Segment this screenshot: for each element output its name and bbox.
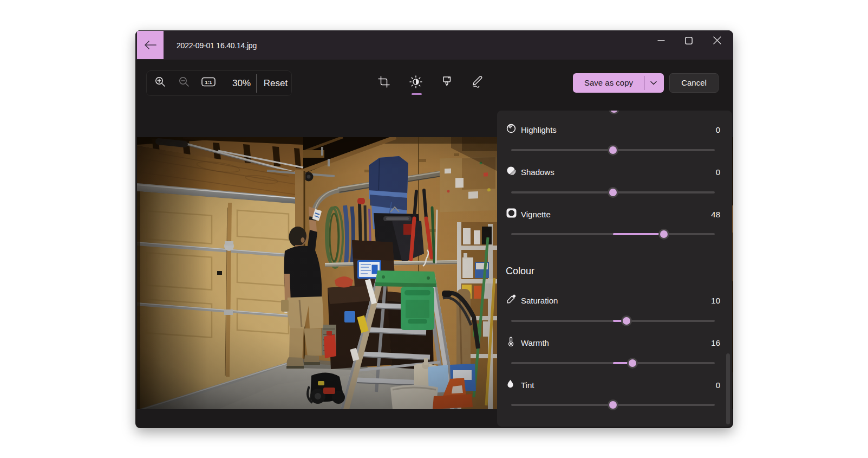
svg-text:1:1: 1:1 <box>205 80 212 85</box>
